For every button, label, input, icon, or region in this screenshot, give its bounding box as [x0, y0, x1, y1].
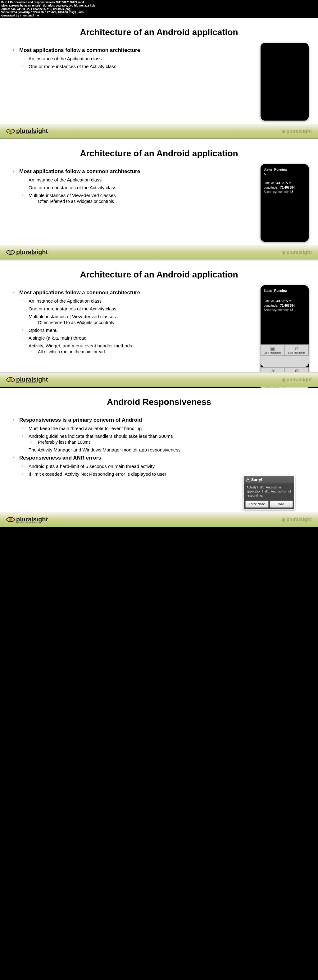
phone-lat: Latitude: 43.601582	[264, 299, 305, 303]
sub-bullet: One or more instances of the Activity cl…	[22, 305, 189, 312]
logo-text: pluralsight see what you can learn	[16, 250, 48, 256]
warning-icon: ⚠	[246, 477, 250, 482]
svg-point-5	[10, 252, 11, 253]
sub-sub-bullet: Often referred to as Widgets or controls	[31, 199, 189, 205]
meta-file: File: 1 Performance and responsiveness 2…	[1, 1, 317, 4]
bullet-text: Most applications follow a common archit…	[19, 169, 140, 174]
svg-point-8	[10, 379, 11, 381]
pluralsight-logo: pluralsight see what you can learn	[6, 517, 48, 523]
pluralsight-watermark: ◉pluralsight	[281, 517, 312, 522]
stop-icon: ⊘	[286, 346, 308, 351]
slide-footer: pluralsight see what you can learn ◉plur…	[0, 124, 318, 138]
eye-icon	[6, 377, 15, 382]
slide-title: Android Responsiveness	[9, 397, 309, 407]
slide-footer: pluralsight see what you can learn ◉plur…	[0, 245, 318, 260]
eye-icon	[6, 128, 15, 134]
pluralsight-logo: pluralsight see what you can learn	[6, 128, 48, 135]
sub-bullet: Multiple instances of View-derived class…	[22, 313, 189, 326]
slide-4: Android Responsiveness Responsiveness is…	[0, 388, 318, 527]
sub-bullet: Multiple instances of View-derived class…	[22, 192, 189, 205]
anr-dialog: ⚠ Sorry! Activity Hello, Android (in app…	[243, 476, 295, 509]
slide-3: Architecture of an Android application M…	[0, 260, 318, 387]
sub-bullet: Activity, Widget, and menu event handler…	[22, 342, 189, 355]
pluralsight-watermark: ◉pluralsight	[281, 250, 312, 255]
play-icon: ▣	[261, 346, 284, 351]
logo-text: pluralsight see what you can learn	[16, 517, 48, 523]
meta-video: Video: h264, yuv420p, 1024x768, 177 kb/s…	[1, 11, 317, 14]
bullet-main: Most applications follow a common archit…	[13, 47, 189, 70]
slide-footer: pluralsight see what you can learn ◉plur…	[0, 372, 318, 387]
logo-text: pluralsight see what you can learn	[16, 377, 48, 383]
sub-bullet: An instance of the Application class	[22, 298, 189, 304]
pluralsight-logo: pluralsight see what you can learn	[6, 377, 48, 383]
bullet-text: Most applications follow a common archit…	[19, 290, 140, 296]
phone-acc: Accuracy(meters): 48	[264, 190, 305, 194]
svg-point-2	[10, 130, 11, 132]
menu-start-monitoring[interactable]: ▣Start Monitoring	[261, 345, 285, 356]
meta-generator: Generated by Thumbnail me	[1, 14, 317, 18]
phone-lon: Longitude: -71.467584	[264, 304, 305, 307]
bullet-main: Responsiveness and ANR errors Android pu…	[13, 454, 294, 477]
sub-bullet: The Activity Manager and Windows Manager…	[22, 447, 294, 453]
wait-button[interactable]: Wait	[270, 501, 293, 508]
sub-sub-bullet: Often referred to as Widgets or controls	[31, 320, 189, 326]
slide-title: Architecture of an Android application	[9, 148, 309, 159]
meta-size: Size: 8280651 bytes (8.86 MiB), duration…	[1, 4, 317, 8]
bullet-main: Most applications follow a common archit…	[13, 289, 189, 355]
cursor-icon: ↖	[264, 172, 305, 176]
slide-1: Architecture of an Android application M…	[0, 18, 318, 138]
slide-title: Architecture of an Android application	[9, 270, 309, 280]
pluralsight-watermark: ◉pluralsight	[281, 377, 312, 382]
phone-acc: Accuracy(meters): 48	[264, 308, 305, 312]
sub-sub-bullet: All of which run on the main thread	[31, 349, 189, 355]
slide-footer: pluralsight see what you can learn ◉plur…	[0, 512, 318, 527]
sub-bullet: Android puts a hard-limit of 5 seconds o…	[22, 463, 294, 469]
sub-sub-bullet: Preferably less than 100ms	[31, 439, 294, 445]
phone-mockup-status: Status: Running ↖ Latitude: 43.601582 Lo…	[261, 164, 309, 242]
meta-audio: Audio: aac, 44100 Hz, 1 channels, s16, 1…	[1, 8, 317, 11]
options-menu-top: ▣Start Monitoring ⊘Stop Monitoring	[261, 344, 309, 367]
phone-lat: Latitude: 43.601582	[264, 181, 305, 185]
pluralsight-logo: pluralsight see what you can learn	[6, 250, 48, 256]
sub-bullet: An instance of the Application class	[22, 177, 189, 183]
anr-body-text: Activity Hello, Android (in application …	[244, 484, 294, 500]
slide-title: Architecture of an Android application	[9, 27, 309, 37]
bullet-text: Responsiveness and ANR errors	[19, 455, 101, 461]
video-metadata-header: File: 1 Performance and responsiveness 2…	[0, 0, 318, 18]
phone-mockup-blank	[261, 43, 309, 121]
phone-status-line: Status: Running	[264, 168, 305, 171]
slide-2: Architecture of an Android application M…	[0, 139, 318, 260]
anr-button-row: Force close Wait	[244, 500, 294, 509]
logo-text: pluralsight see what you can learn	[16, 128, 48, 135]
phone-lon: Longitude: -71.467584	[264, 186, 305, 189]
sub-bullet: Android guidelines indicate that handler…	[22, 433, 294, 445]
phone-status-line: Status: Running	[264, 289, 305, 293]
anr-title-text: Sorry!	[251, 477, 262, 482]
eye-icon	[6, 517, 15, 522]
sub-bullet: An instance of the Application class	[22, 55, 189, 62]
sub-bullet: Options menu	[22, 327, 189, 333]
force-close-button[interactable]: Force close	[245, 501, 269, 508]
bullet-text: Most applications follow a common archit…	[19, 47, 140, 53]
anr-title-bar: ⚠ Sorry!	[244, 476, 294, 484]
pluralsight-watermark: ◉pluralsight	[281, 128, 312, 134]
sub-bullet: One or more instances of the Activity cl…	[22, 184, 189, 191]
bullet-main: Responsiveness is a primary concern of A…	[13, 416, 294, 453]
svg-point-11	[10, 519, 11, 520]
sub-bullet: A single (a.k.a. main) thread	[22, 335, 189, 341]
phone-mockup-menu: Status: Running Latitude: 43.601582 Long…	[261, 285, 309, 382]
bullet-main: Most applications follow a common archit…	[13, 168, 189, 204]
sub-bullet: One or more instances of the Activity cl…	[22, 63, 189, 70]
sub-bullet: Must keep the main thread available for …	[22, 425, 294, 431]
bullet-text: Responsiveness is a primary concern of A…	[19, 417, 142, 423]
menu-stop-monitoring[interactable]: ⊘Stop Monitoring	[285, 345, 309, 356]
eye-icon	[6, 250, 15, 255]
